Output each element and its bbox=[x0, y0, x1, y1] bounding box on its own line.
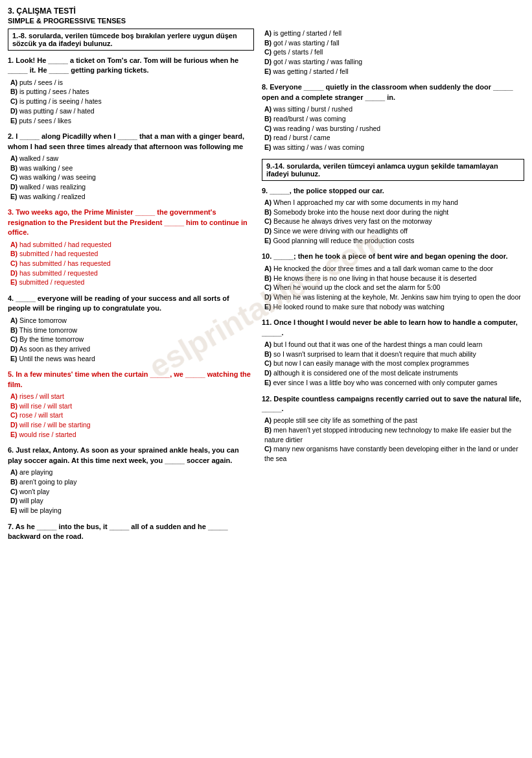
q9-optE: E) Good planning will reduce the product… bbox=[264, 236, 524, 246]
question-10: 10. _____; then he took a piece of bent … bbox=[262, 252, 524, 311]
q4-optE: E) Until the news was heard bbox=[10, 354, 254, 364]
question-9: 9. _____, the police stopped our car. A)… bbox=[262, 186, 524, 246]
q4-options: A) Since tomorrow B) This time tomorrow … bbox=[10, 316, 254, 363]
q12-optB: B) men haven't yet stopped introducing n… bbox=[264, 425, 524, 444]
q1-optC: C) is putting / is seeing / hates bbox=[10, 97, 254, 106]
q10-optC: C) When he wound up the clock and set th… bbox=[264, 283, 524, 292]
q9-optA: A) When I approached my car with some do… bbox=[264, 198, 524, 207]
q10-text: 10. _____; then he took a piece of bent … bbox=[262, 252, 524, 261]
q3-optA: A) had submitted / had requested bbox=[10, 240, 254, 250]
q5-optC: C) rose / will start bbox=[10, 410, 254, 420]
q11-optE: E) ever since I was a little boy who was… bbox=[264, 378, 524, 388]
page-subtitle: SIMPLE & PROGRESSIVE TENSES bbox=[8, 17, 524, 25]
q9-options: A) When I approached my car with some do… bbox=[264, 198, 524, 245]
question-1: 1. Look! He _____ a ticket on Tom's car.… bbox=[8, 56, 254, 125]
q11-options: A) but I found out that it was one of th… bbox=[264, 340, 524, 387]
q9-optB: B) Somebody broke into the house next do… bbox=[264, 207, 524, 217]
q7-text: 7. As he _____ into the bus, it _____ al… bbox=[8, 522, 254, 542]
q4-optA: A) Since tomorrow bbox=[10, 316, 254, 326]
q11-optC: C) but now I can easily manage with the … bbox=[264, 359, 524, 368]
q6-optD: D) will play bbox=[10, 496, 254, 506]
question-2: 2. I _____ along Picadilly when I _____ … bbox=[8, 132, 254, 201]
q3-optE: E) submitted / requested bbox=[10, 278, 254, 287]
q12-options: A) people still see city life as somethi… bbox=[264, 416, 524, 463]
q9-optD: D) Since we were driving with our headli… bbox=[264, 226, 524, 236]
q10-optB: B) He knows there is no one living in th… bbox=[264, 274, 524, 283]
question-4: 4. _____ everyone will be reading of you… bbox=[8, 294, 254, 363]
q3-optC: C) has submitted / has requested bbox=[10, 259, 254, 268]
q8-optC: C) was reading / was bursting / rushed bbox=[264, 124, 524, 134]
q1-optD: D) was putting / saw / hated bbox=[10, 106, 254, 116]
q11-optA: A) but I found out that it was one of th… bbox=[264, 340, 524, 349]
q6-optC: C) won't play bbox=[10, 487, 254, 497]
question-7: 7. As he _____ into the bus, it _____ al… bbox=[8, 522, 254, 542]
q1-optB: B) is putting / sees / hates bbox=[10, 87, 254, 97]
q6-optE: E) will be playing bbox=[10, 506, 254, 515]
q4-text: 4. _____ everyone will be reading of you… bbox=[8, 294, 254, 314]
page-title: 3. ÇALIŞMA TESTİ bbox=[8, 6, 524, 16]
q5-optB: B) will rise / will start bbox=[10, 401, 254, 411]
question-3: 3. Two weeks ago, the Prime Minister ___… bbox=[8, 207, 254, 287]
question-8: 8. Everyone _____ quietly in the classro… bbox=[262, 82, 524, 152]
q9-optC: C) Because he always drives very fast on… bbox=[264, 217, 524, 226]
question-6: 6. Just relax, Antony. As soon as your s… bbox=[8, 445, 254, 515]
q11-optB: B) so I wasn't surprised to learn that i… bbox=[264, 349, 524, 359]
q10-optE: E) He looked round to make sure that nob… bbox=[264, 302, 524, 312]
q12-optC: C) many new organisms have constantly be… bbox=[264, 444, 524, 463]
q3-options: A) had submitted / had requested B) subm… bbox=[10, 240, 254, 287]
q2-optD: D) walked / was realizing bbox=[10, 182, 254, 192]
q1-options: A) puts / sees / is B) is putting / sees… bbox=[10, 78, 254, 125]
q7-optA: A) is getting / started / fell bbox=[264, 29, 524, 38]
right-section-box: 9.-14. sorularda, verilen tümceyi anlamc… bbox=[262, 159, 524, 181]
q11-text: 11. Once I thought I would never be able… bbox=[262, 318, 524, 338]
left-column: 1.-8. sorularda, verilen tümcede boş bır… bbox=[8, 29, 254, 548]
q2-optA: A) walked / saw bbox=[10, 154, 254, 163]
q6-optA: A) are playing bbox=[10, 468, 254, 477]
q8-optE: E) was sitting / was / was coming bbox=[264, 143, 524, 152]
q7-optC: C) gets / starts / fell bbox=[264, 47, 524, 57]
question-5: 5. In a few minutes' time when the curta… bbox=[8, 370, 254, 439]
q6-optB: B) aren't going to play bbox=[10, 477, 254, 487]
right-column: A) is getting / started / fell B) got / … bbox=[262, 29, 524, 548]
q8-options: A) was sitting / burst / rushed B) read/… bbox=[264, 104, 524, 152]
q5-optA: A) rises / will start bbox=[10, 392, 254, 401]
q12-text: 12. Despite countless campaigns recently… bbox=[262, 394, 524, 414]
q5-optE: E) would rise / started bbox=[10, 430, 254, 440]
q2-optE: E) was walking / realized bbox=[10, 192, 254, 202]
q1-optE: E) puts / sees / likes bbox=[10, 116, 254, 126]
q10-optA: A) He knocked the door three times and a… bbox=[264, 264, 524, 274]
q12-optA: A) people still see city life as somethi… bbox=[264, 416, 524, 425]
q8-optA: A) was sitting / burst / rushed bbox=[264, 104, 524, 114]
q2-optB: B) was walking / see bbox=[10, 163, 254, 173]
left-section-box: 1.-8. sorularda, verilen tümcede boş bır… bbox=[8, 29, 254, 51]
q8-optB: B) read/burst / was coming bbox=[264, 114, 524, 124]
q2-optC: C) was walking / was seeing bbox=[10, 172, 254, 182]
q5-optD: D) will rise / will be starting bbox=[10, 420, 254, 430]
q6-text: 6. Just relax, Antony. As soon as your s… bbox=[8, 445, 254, 466]
question-12: 12. Despite countless campaigns recently… bbox=[262, 394, 524, 464]
q4-optB: B) This time tomorrow bbox=[10, 326, 254, 335]
q5-options: A) rises / will start B) will rise / wil… bbox=[10, 392, 254, 439]
q2-text: 2. I _____ along Picadilly when I _____ … bbox=[8, 132, 254, 152]
q7-optD: D) got / was starting / was falling bbox=[264, 57, 524, 67]
q7-optB: B) got / was starting / fall bbox=[264, 38, 524, 48]
q1-optA: A) puts / sees / is bbox=[10, 78, 254, 88]
q3-optD: D) has submitted / requested bbox=[10, 268, 254, 278]
question-7-options: A) is getting / started / fell B) got / … bbox=[262, 29, 524, 76]
q8-optD: D) read / burst / came bbox=[264, 133, 524, 143]
q9-text: 9. _____, the police stopped our car. bbox=[262, 186, 524, 196]
q10-optD: D) When he was listening at the keyhole,… bbox=[264, 292, 524, 302]
q6-options: A) are playing B) aren't going to play C… bbox=[10, 468, 254, 515]
q8-text: 8. Everyone _____ quietly in the classro… bbox=[262, 82, 524, 102]
q5-text: 5. In a few minutes' time when the curta… bbox=[8, 370, 254, 390]
q1-text: 1. Look! He _____ a ticket on Tom's car.… bbox=[8, 56, 254, 76]
q4-optD: D) As soon as they arrived bbox=[10, 344, 254, 354]
q4-optC: C) By the time tomorrow bbox=[10, 335, 254, 344]
q2-options: A) walked / saw B) was walking / see C) … bbox=[10, 154, 254, 201]
q7-optE: E) was getting / started / fell bbox=[264, 67, 524, 77]
q3-text: 3. Two weeks ago, the Prime Minister ___… bbox=[8, 207, 254, 237]
q10-options: A) He knocked the door three times and a… bbox=[264, 264, 524, 311]
q11-optD: D) although it is considered one of the … bbox=[264, 368, 524, 378]
q3-optB: B) submitted / had requested bbox=[10, 249, 254, 259]
q7-options: A) is getting / started / fell B) got / … bbox=[264, 29, 524, 76]
